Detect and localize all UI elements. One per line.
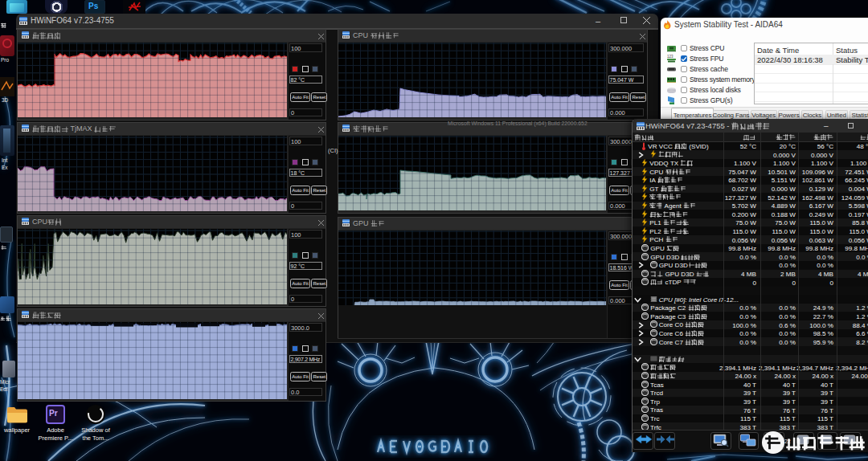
svg-text:123: 123: [667, 55, 674, 59]
